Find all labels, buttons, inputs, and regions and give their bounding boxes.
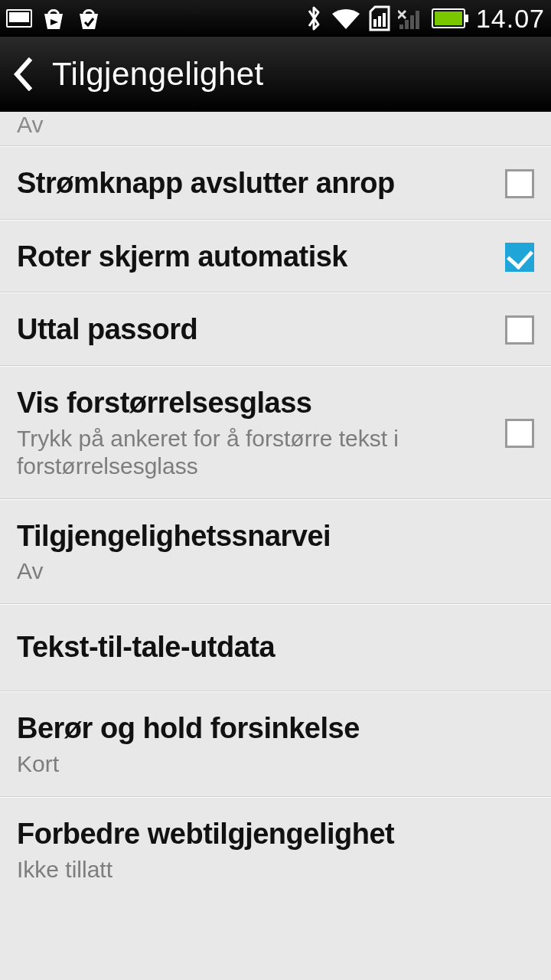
row-sub: Ikke tillatt (17, 856, 534, 884)
play-store-icon (40, 6, 67, 31)
status-bar: 14.07 (0, 0, 551, 37)
bluetooth-icon (305, 5, 323, 32)
list-item-sub: Av (17, 112, 534, 138)
list-item-partial[interactable]: Av (0, 112, 551, 146)
row-enhance-web-accessibility[interactable]: Forbedre webtilgjengelighet Ikke tillatt (0, 797, 551, 902)
checkbox-speak-passwords[interactable] (505, 315, 534, 345)
page-title: Tilgjengelighet (52, 56, 264, 93)
svg-rect-3 (373, 19, 377, 27)
row-label: Berør og hold forsinkelse (17, 712, 534, 746)
svg-rect-12 (435, 11, 462, 25)
svg-rect-9 (416, 11, 419, 29)
row-speak-passwords[interactable]: Uttal passord (0, 292, 551, 366)
svg-rect-6 (399, 24, 403, 29)
screenshot-icon (6, 8, 32, 29)
svg-rect-8 (410, 15, 414, 29)
svg-rect-11 (465, 15, 468, 22)
row-touch-hold-delay[interactable]: Berør og hold forsinkelse Kort (0, 691, 551, 797)
row-magnifier[interactable]: Vis forstørrelsesglass Trykk på ankeret … (0, 366, 551, 499)
row-tts-output[interactable]: Tekst-til-tale-utdata (0, 604, 551, 691)
no-signal-icon (398, 6, 424, 31)
row-sub: Av (17, 557, 534, 585)
svg-rect-7 (405, 20, 409, 29)
row-label: Vis forstørrelsesglass (17, 387, 490, 420)
clock-text: 14.07 (476, 4, 545, 34)
row-accessibility-shortcut[interactable]: Tilgjengelighetssnarvei Av (0, 499, 551, 605)
row-auto-rotate[interactable]: Roter skjerm automatisk (0, 220, 551, 293)
battery-icon (432, 8, 468, 28)
svg-rect-1 (9, 12, 29, 22)
row-label: Roter skjerm automatisk (17, 240, 490, 274)
svg-rect-4 (378, 16, 381, 27)
row-label: Tekst-til-tale-utdata (17, 631, 534, 665)
row-sub: Kort (17, 750, 534, 778)
play-store-update-icon (75, 6, 103, 31)
row-power-button-ends-call[interactable]: Strømknapp avslutter anrop (0, 146, 551, 220)
chevron-left-icon (12, 57, 34, 91)
svg-rect-5 (383, 13, 386, 27)
checkbox-auto-rotate[interactable] (505, 243, 534, 272)
row-sub: Trykk på ankeret for å forstørre tekst i… (17, 425, 490, 480)
wifi-icon (331, 6, 361, 31)
back-button[interactable] (8, 51, 38, 97)
status-left-icons (6, 6, 103, 31)
row-label: Forbedre webtilgjengelighet (17, 818, 534, 851)
checkbox-magnifier[interactable] (505, 419, 534, 448)
settings-list[interactable]: Av Strømknapp avslutter anrop Roter skje… (0, 112, 551, 902)
status-right-icons: 14.07 (305, 4, 545, 34)
sim-icon (369, 5, 390, 31)
row-label: Strømknapp avslutter anrop (17, 167, 490, 201)
row-label: Uttal passord (17, 313, 490, 347)
row-label: Tilgjengelighetssnarvei (17, 520, 534, 554)
action-bar: Tilgjengelighet (0, 37, 551, 112)
checkbox-power-button[interactable] (505, 169, 534, 198)
